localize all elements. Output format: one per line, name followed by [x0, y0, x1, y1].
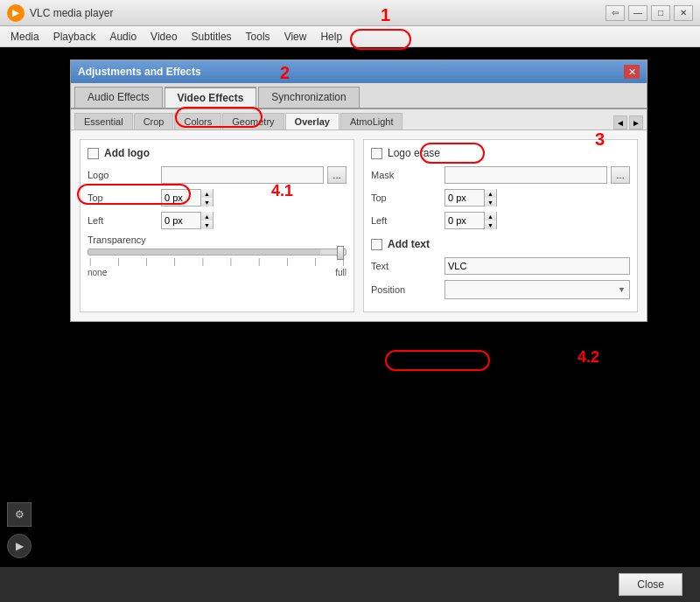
- main-close-button[interactable]: Close: [619, 573, 682, 596]
- logo-top-up[interactable]: ▲: [200, 189, 213, 198]
- tab-nav: ◄ ►: [613, 116, 643, 130]
- dialog-title-bar: Adjustments and Effects ✕: [71, 60, 647, 83]
- transparency-slider[interactable]: [88, 248, 346, 256]
- slider-thumb[interactable]: [337, 246, 344, 260]
- logo-left-row: Left 0 px ▲ ▼: [88, 212, 346, 229]
- logo-top-down[interactable]: ▼: [200, 198, 213, 206]
- right-panel: Logo erase Mask … Top 0 px ▲ ▼: [363, 139, 638, 312]
- text-input[interactable]: [444, 257, 630, 275]
- maximize-button[interactable]: □: [651, 5, 670, 21]
- menu-media[interactable]: Media: [4, 28, 46, 46]
- logo-left-label: Left: [88, 215, 158, 226]
- title-bar: ▶ VLC media player ⇦ — □ ✕: [0, 0, 700, 26]
- mask-left-arrows: ▲ ▼: [484, 212, 496, 229]
- vlc-icon: ▶: [7, 4, 24, 22]
- tab-nav-right[interactable]: ►: [629, 116, 643, 130]
- logo-erase-row: Logo erase: [371, 147, 630, 159]
- mask-left-value: 0 px: [445, 215, 484, 226]
- position-label: Position: [371, 284, 441, 295]
- logo-top-row: Top 0 px ▲ ▼: [88, 189, 346, 206]
- logo-top-spin: 0 px ▲ ▼: [161, 189, 214, 206]
- mask-left-row: Left 0 px ▲ ▼: [371, 212, 630, 229]
- logo-field-row: Logo …: [88, 166, 346, 184]
- mask-top-up[interactable]: ▲: [484, 189, 496, 198]
- left-panel: Add logo Logo … Top 0 px ▲ ▼: [80, 139, 354, 312]
- mask-left-spin: 0 px ▲ ▼: [444, 212, 497, 229]
- logo-input[interactable]: [161, 166, 324, 184]
- tab-crop[interactable]: Crop: [134, 113, 174, 130]
- mask-top-down[interactable]: ▼: [484, 198, 496, 206]
- slider-max-label: full: [335, 268, 346, 277]
- menu-subtitles[interactable]: Subtitles: [185, 28, 239, 46]
- logo-erase-label: Logo erase: [388, 147, 440, 159]
- vlc-window: ▶ VLC media player ⇦ — □ ✕ Media Playbac…: [0, 0, 700, 602]
- mask-browse-button[interactable]: …: [611, 166, 630, 184]
- adjustments-dialog: Adjustments and Effects ✕ Audio Effects …: [70, 60, 648, 322]
- mask-left-label: Left: [371, 215, 441, 226]
- inner-tabs: Essential Crop Colors Geometry Overlay A…: [71, 109, 647, 130]
- menu-tools[interactable]: Tools: [239, 28, 277, 46]
- logo-top-label: Top: [88, 192, 158, 203]
- tab-geometry[interactable]: Geometry: [222, 113, 284, 130]
- slider-min-label: none: [88, 268, 107, 277]
- mask-top-spin: 0 px ▲ ▼: [444, 189, 497, 206]
- logo-browse-button[interactable]: …: [327, 166, 346, 184]
- window-title: VLC media player: [30, 7, 606, 19]
- menu-audio[interactable]: Audio: [102, 28, 144, 46]
- mask-left-down[interactable]: ▼: [484, 220, 496, 229]
- mask-left-up[interactable]: ▲: [484, 212, 496, 220]
- add-logo-checkbox[interactable]: [88, 148, 99, 159]
- tab-essential[interactable]: Essential: [74, 113, 133, 130]
- minimize-button[interactable]: —: [628, 5, 648, 21]
- mask-top-label: Top: [371, 192, 441, 203]
- mask-top-value: 0 px: [445, 192, 484, 203]
- slider-ticks: ||||| |||||: [88, 257, 346, 266]
- add-logo-row: Add logo: [88, 147, 346, 159]
- add-text-row: Add text: [371, 238, 630, 250]
- mask-field-row: Mask …: [371, 166, 630, 184]
- logo-erase-checkbox[interactable]: [371, 148, 382, 159]
- slider-fill: [88, 249, 320, 255]
- back-button[interactable]: ⇦: [606, 5, 625, 21]
- play-button[interactable]: ▶: [7, 534, 32, 558]
- dropdown-arrow-icon: ▼: [618, 285, 626, 294]
- settings-button[interactable]: ⚙: [7, 502, 32, 527]
- bottom-bar: Close: [0, 567, 700, 602]
- logo-left-spin: 0 px ▲ ▼: [161, 212, 214, 229]
- transparency-area: Transparency ||||| ||||| none full: [88, 234, 346, 277]
- dialog-content: Add logo Logo … Top 0 px ▲ ▼: [71, 130, 647, 321]
- logo-left-down[interactable]: ▼: [200, 220, 213, 229]
- dialog-title: Adjustments and Effects: [78, 66, 624, 78]
- dialog-close-button[interactable]: ✕: [624, 65, 640, 79]
- position-dropdown[interactable]: ▼: [444, 280, 630, 299]
- logo-top-arrows: ▲ ▼: [200, 189, 213, 206]
- text-field-row: Text: [371, 257, 630, 275]
- menu-bar: Media Playback Audio Video Subtitles Too…: [0, 26, 700, 47]
- tab-audio-effects[interactable]: Audio Effects: [74, 87, 163, 108]
- menu-view[interactable]: View: [277, 28, 314, 46]
- position-row: Position ▼: [371, 280, 630, 299]
- tab-nav-left[interactable]: ◄: [613, 116, 627, 130]
- tab-video-effects[interactable]: Video Effects: [164, 87, 257, 108]
- menu-video[interactable]: Video: [144, 28, 184, 46]
- left-controls: ⚙ ▶: [7, 502, 32, 558]
- add-text-label: Add text: [388, 238, 430, 250]
- mask-input[interactable]: [444, 166, 607, 184]
- menu-playback[interactable]: Playback: [46, 28, 103, 46]
- add-text-checkbox[interactable]: [371, 239, 382, 250]
- tab-overlay[interactable]: Overlay: [285, 113, 340, 130]
- slider-labels: none full: [88, 268, 346, 277]
- tab-atmoslight[interactable]: AtmoLight: [340, 113, 403, 130]
- dialog-tabs: Audio Effects Video Effects Synchronizat…: [71, 83, 647, 109]
- logo-left-up[interactable]: ▲: [200, 212, 213, 220]
- menu-help[interactable]: Help: [313, 28, 349, 46]
- tab-colors[interactable]: Colors: [174, 113, 221, 130]
- transparency-label: Transparency: [88, 234, 346, 245]
- tab-synchronization[interactable]: Synchronization: [258, 87, 359, 108]
- logo-left-arrows: ▲ ▼: [200, 212, 213, 229]
- close-button[interactable]: ✕: [674, 5, 693, 21]
- mask-top-row: Top 0 px ▲ ▼: [371, 189, 630, 206]
- logo-top-value: 0 px: [162, 192, 200, 203]
- title-bar-buttons: ⇦ — □ ✕: [606, 5, 693, 21]
- text-field-label: Text: [371, 261, 441, 271]
